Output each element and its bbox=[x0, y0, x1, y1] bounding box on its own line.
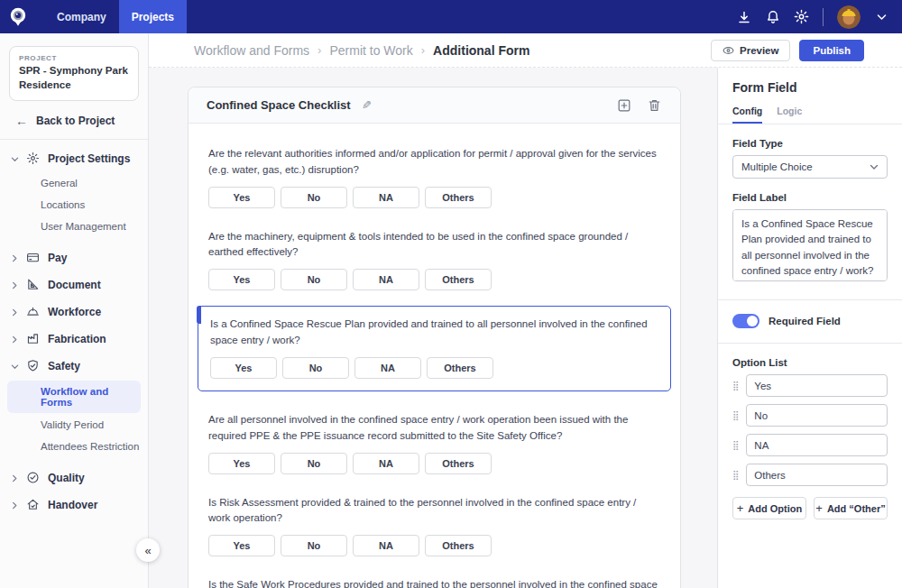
field-label-input[interactable]: Is a Confined Space Rescue Plan provided… bbox=[732, 209, 888, 281]
sidebar-collapse-button[interactable]: « bbox=[136, 538, 160, 562]
sidebar-item-quality[interactable]: Quality bbox=[0, 464, 148, 492]
sidebar-item-validity-period[interactable]: Validty Period bbox=[0, 414, 148, 436]
add-option-button[interactable]: + Add Option bbox=[732, 497, 806, 519]
sidebar-item-label: Document bbox=[48, 279, 101, 291]
account-chevron-down-icon[interactable] bbox=[874, 9, 889, 24]
sidebar-item-attendees-restriction[interactable]: Attendees Restriction bbox=[0, 436, 148, 457]
answer-button-no[interactable]: No bbox=[281, 187, 347, 208]
answer-button-others[interactable]: Others bbox=[425, 453, 492, 474]
sidebar-item-locations[interactable]: Locations bbox=[0, 194, 148, 216]
answer-button-yes[interactable]: Yes bbox=[208, 269, 275, 290]
question-block[interactable]: Are all personnel involved in the confin… bbox=[208, 412, 660, 474]
answer-button-yes[interactable]: Yes bbox=[210, 357, 277, 379]
topbar-divider bbox=[823, 8, 824, 26]
edit-pencil-icon[interactable]: ✎ bbox=[362, 98, 372, 112]
question-text: Are all personnel involved in the confin… bbox=[208, 412, 660, 445]
sidebar-item-label: Quality bbox=[48, 472, 85, 484]
answer-button-no[interactable]: No bbox=[281, 535, 347, 556]
settings-gear-icon[interactable] bbox=[794, 9, 809, 24]
answer-button-na[interactable]: NA bbox=[353, 453, 419, 474]
project-label: PROJECT bbox=[19, 54, 129, 62]
sidebar-item-document[interactable]: Document bbox=[0, 271, 148, 299]
back-to-project-link[interactable]: ← Back to Project bbox=[0, 101, 148, 140]
notifications-bell-icon[interactable] bbox=[765, 9, 780, 24]
breadcrumb-permit-to-work[interactable]: Permit to Work bbox=[329, 43, 412, 58]
question-text: Are the relevant authorities informed an… bbox=[208, 146, 660, 179]
option-list-label: Option List bbox=[732, 357, 888, 368]
plus-icon: + bbox=[737, 502, 744, 514]
answer-button-na[interactable]: NA bbox=[353, 535, 419, 556]
drag-handle-icon[interactable]: ⣿ bbox=[732, 441, 739, 450]
answer-button-others[interactable]: Others bbox=[425, 187, 492, 208]
sidebar-item-user-management[interactable]: User Management bbox=[0, 216, 148, 237]
answer-button-others[interactable]: Others bbox=[427, 357, 493, 379]
answer-button-yes[interactable]: Yes bbox=[208, 453, 275, 474]
add-other-label: Add “Other” bbox=[827, 503, 886, 514]
preview-button[interactable]: Preview bbox=[711, 40, 790, 61]
sidebar-item-fabrication[interactable]: Fabrication bbox=[0, 326, 148, 353]
question-block[interactable]: Is Risk Assessment provided & trained to… bbox=[208, 495, 660, 557]
answer-button-no[interactable]: No bbox=[281, 453, 347, 474]
question-block-selected[interactable]: Is a Confined Space Rescue Plan provided… bbox=[198, 306, 671, 391]
sidebar-item-project-settings[interactable]: Project Settings bbox=[0, 145, 148, 172]
tab-company[interactable]: Company bbox=[44, 0, 119, 33]
breadcrumb-separator-icon: › bbox=[421, 43, 425, 57]
panel-divider bbox=[718, 343, 902, 344]
answer-button-no[interactable]: No bbox=[282, 357, 349, 379]
option-input-others[interactable] bbox=[746, 464, 888, 486]
eye-icon bbox=[723, 46, 734, 55]
sidebar-item-safety[interactable]: Safety bbox=[0, 353, 148, 380]
delete-trash-icon[interactable] bbox=[648, 98, 662, 113]
chevron-right-icon bbox=[11, 308, 19, 317]
required-field-toggle[interactable] bbox=[732, 314, 759, 328]
answer-button-others[interactable]: Others bbox=[425, 535, 492, 556]
breadcrumb-workflow-and-forms[interactable]: Workflow and Forms bbox=[194, 43, 309, 58]
answer-button-na[interactable]: NA bbox=[354, 357, 421, 379]
chevron-right-icon bbox=[11, 474, 19, 482]
user-avatar[interactable] bbox=[837, 5, 861, 29]
question-block[interactable]: Are the relevant authorities informed an… bbox=[208, 146, 660, 208]
question-block[interactable]: Are the machinery, equipment & tools int… bbox=[208, 229, 660, 291]
factory-icon bbox=[26, 332, 41, 346]
main-area: Confined Space Checklist ✎ Are the relev… bbox=[149, 68, 717, 588]
sidebar-item-pay[interactable]: Pay bbox=[0, 244, 148, 271]
form-card: Confined Space Checklist ✎ Are the relev… bbox=[188, 87, 681, 588]
tab-config[interactable]: Config bbox=[732, 106, 762, 124]
drag-handle-icon[interactable]: ⣿ bbox=[732, 411, 739, 420]
option-input-yes[interactable] bbox=[746, 374, 888, 397]
breadcrumb-additional-form: Additional Form bbox=[433, 43, 529, 58]
add-other-button[interactable]: + Add “Other” bbox=[814, 497, 888, 519]
app-logo-icon[interactable] bbox=[8, 6, 28, 28]
back-to-project-label: Back to Project bbox=[36, 115, 115, 127]
sidebar-item-label: Handover bbox=[48, 499, 97, 511]
sidebar-item-workforce[interactable]: Workforce bbox=[0, 299, 148, 326]
chevron-right-icon bbox=[11, 501, 19, 510]
sidebar-item-general[interactable]: General bbox=[0, 172, 148, 194]
answer-button-no[interactable]: No bbox=[281, 269, 347, 290]
answer-button-yes[interactable]: Yes bbox=[208, 535, 275, 556]
duplicate-plus-square-icon[interactable] bbox=[617, 98, 631, 113]
answer-button-yes[interactable]: Yes bbox=[208, 187, 275, 208]
option-input-na[interactable] bbox=[746, 434, 888, 456]
credit-card-icon bbox=[26, 251, 41, 265]
sidebar-item-label: Pay bbox=[48, 252, 67, 264]
question-block[interactable]: Is the Safe Work Procedures provided and… bbox=[208, 577, 660, 588]
chevron-right-icon bbox=[11, 281, 19, 289]
option-input-no[interactable] bbox=[746, 404, 888, 427]
field-type-select[interactable]: Multiple Choice bbox=[732, 155, 888, 179]
tab-logic[interactable]: Logic bbox=[777, 106, 802, 124]
drag-handle-icon[interactable]: ⣿ bbox=[732, 471, 739, 480]
answer-button-others[interactable]: Others bbox=[425, 269, 492, 290]
sidebar-item-workflow-and-forms[interactable]: Workflow and Forms bbox=[7, 381, 141, 413]
sidebar-item-handover[interactable]: Handover bbox=[0, 492, 148, 519]
chevron-down-icon bbox=[11, 155, 19, 163]
form-title: Confined Space Checklist bbox=[207, 98, 351, 112]
tab-projects[interactable]: Projects bbox=[119, 0, 187, 33]
hard-hat-icon bbox=[26, 305, 41, 319]
publish-button[interactable]: Publish bbox=[799, 40, 864, 61]
sidebar-item-label: Safety bbox=[48, 360, 80, 372]
answer-button-na[interactable]: NA bbox=[353, 187, 419, 208]
answer-button-na[interactable]: NA bbox=[353, 269, 419, 290]
download-icon[interactable] bbox=[736, 9, 751, 24]
drag-handle-icon[interactable]: ⣿ bbox=[732, 381, 739, 390]
